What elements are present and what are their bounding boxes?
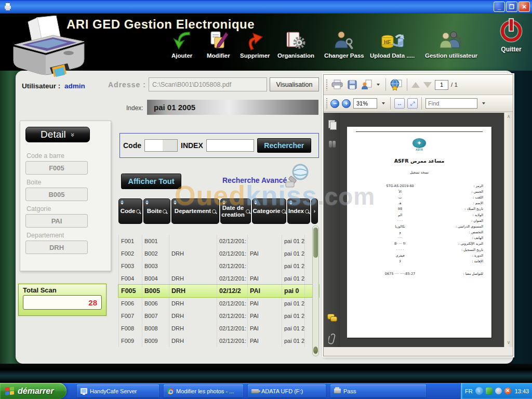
toolbar-separator [390,97,391,110]
rechercher-button[interactable]: Rechercher [257,138,311,153]
toolbar-changer-pass-button[interactable]: Changer Pass [324,29,364,59]
table-row-selected[interactable]: F005B005DRH02/12/2PAIpai 0 [118,285,319,297]
column-search-icon [212,209,216,214]
fit-width-button[interactable]: ↔ [394,98,405,109]
export-collaborate-button[interactable] [361,79,382,90]
add-arrow-icon [171,29,192,52]
title-bar: _ ❐ ✕ [0,0,532,14]
categorie-value[interactable]: PAI [25,214,88,228]
restore-button[interactable]: ❐ [506,2,517,12]
document-fields: الرمز :STG-AS-2019-60 الجنس :الأ اللقب :… [347,183,491,277]
column-search-icon [282,209,286,214]
comments-icon[interactable] [327,314,337,321]
next-page-button[interactable] [423,82,432,88]
scrollbar-thumb[interactable] [313,228,318,258]
boite-value[interactable]: B005 [25,188,88,201]
start-button[interactable]: démarrer [0,383,66,399]
attachments-paperclip-icon[interactable] [328,332,336,347]
table-row[interactable]: F006B006DRH02/12/201:PAIpai 01 2 [118,297,319,310]
toolbar-ajouter-button[interactable]: Ajouter [171,29,192,59]
code-search-input[interactable] [144,139,178,152]
column-header-date-creation[interactable]: Date de creation [220,198,251,224]
minimize-button[interactable]: _ [494,2,505,12]
zoom-level-value[interactable]: 31% [353,98,377,109]
column-header-more[interactable]: › [311,198,318,224]
page-total-label: / 1 [451,82,458,88]
table-row[interactable]: F004B004DRH02/12/201:PAIpai 01 2 [118,272,319,285]
close-button[interactable]: ✕ [518,2,530,12]
tray-icon-green[interactable] [486,388,493,394]
quitter-button[interactable]: Quitter [499,17,524,53]
toolbar-separator [385,78,386,91]
print-button[interactable] [330,79,344,90]
footer-band [0,364,532,383]
code-a-barre-value[interactable]: F005 [25,161,88,175]
column-search-icon [246,209,250,214]
total-scan-box: Total Scan 28 [18,284,107,316]
table-row[interactable]: F003B00302/12/201:pai 01 2 [118,260,319,272]
column-header-departement[interactable]: Departement [171,198,219,224]
magnifier-icon[interactable] [285,163,313,191]
categorie-field: Catgorie PAI [25,205,88,228]
previous-page-button[interactable] [411,82,420,88]
visualisation-button[interactable]: Visualisation [270,77,319,91]
pdf-canvas[interactable]: ✚ ASFR مساعد ممرض ASFR نسخة تسجيل الرمز … [340,113,504,347]
find-input[interactable] [425,98,477,109]
page-number-input[interactable] [435,80,448,90]
monitor-icon [81,388,87,394]
taskbar-item-handycafe[interactable]: HandyCafe Server [77,384,159,397]
document-subtitle: نسخة تسجيل [347,170,491,175]
index-search-input[interactable] [206,139,254,152]
table-row[interactable]: F002B002DRH02/12/201:PAIpai 01 2 [118,247,319,260]
column-header-code[interactable]: Code [118,198,142,224]
scroll-down-icon[interactable]: ∨ [506,340,512,346]
toolbar-organisation-button[interactable]: Organisation [277,29,314,59]
toolbar-supprimer-button[interactable]: Supprimer [240,29,270,59]
scanner-image [6,16,89,84]
fit-page-button[interactable]: ⤢ [407,98,418,109]
tray-icon-app[interactable] [495,388,502,394]
scroll-up-icon[interactable]: ∧ [506,114,512,120]
table-row[interactable]: F009B009DRH02/12/201:PAIpai 01 2 [118,335,319,347]
table-scrollbar[interactable] [312,225,319,356]
column-search-icon [305,209,309,214]
dropdown-arrow-icon[interactable] [375,79,381,90]
tray-icon-alert[interactable]: ✕ [504,388,511,394]
scrollbar-end[interactable] [313,347,318,354]
table-row[interactable]: F008B008DRH02/12/201:PAIpai 01 2 [118,322,319,335]
pages-panel-icon[interactable] [328,120,336,129]
toolbar-modifier-button[interactable]: Modifier [207,29,230,59]
taskbar-item-adata-ufd[interactable]: ADATA UFD (F:) [248,384,326,397]
column-header-index[interactable]: Index [287,198,310,224]
table-row[interactable]: F001B00102/12/201:pai 01 2 [118,235,319,247]
taskbar-item-pass[interactable]: Pass [330,384,426,397]
afficher-tout-button[interactable]: Afficher Tout [121,174,181,189]
departement-field: Departement DRH [25,232,88,254]
detail-dropdown-button[interactable]: Detail » [25,127,90,142]
column-header-categorie[interactable]: Categorie [252,198,286,224]
user-key-icon [333,29,355,52]
column-header-boite[interactable]: Boite [143,198,170,224]
pdf-scrollbar[interactable]: ∧ ∨ [504,113,513,347]
adresse-label: Adresse : [108,81,146,89]
language-indicator[interactable]: FR [465,388,473,394]
save-button[interactable] [347,79,358,90]
table-row[interactable]: F007B007DRH02/12/201:PAIpai 01 2 [118,310,319,322]
recherche-avance-link[interactable]: Recherche Avancé [222,176,287,184]
zoom-dropdown-arrow[interactable] [380,98,387,109]
taskbar-item-photos[interactable]: Modifier les photos - ... [164,384,243,397]
zoom-in-button[interactable]: + [342,99,351,108]
document-contact-row: للتواصل معنا :85-27-···· ···· 0675 [347,271,491,277]
chevron-down-icon: » [69,132,77,136]
find-dropdown-arrow[interactable] [480,98,487,109]
toolbar-gestion-utilisateur-button[interactable]: Gestion utilisateur [425,29,477,59]
adresse-input[interactable] [149,77,267,91]
hide-icons-chevron[interactable]: ‹ [475,387,483,395]
application-window: _ ❐ ✕ ARI GED Gestion Electronique Ajout… [0,0,532,399]
web-capture-button[interactable] [390,78,403,91]
column-search-icon [163,209,167,214]
zoom-out-button[interactable]: − [330,99,339,108]
search-binoculars-icon[interactable] [329,141,336,148]
departement-value[interactable]: DRH [25,241,88,254]
toolbar-upload-data-button[interactable]: HF Upload Data ..... [370,29,415,59]
